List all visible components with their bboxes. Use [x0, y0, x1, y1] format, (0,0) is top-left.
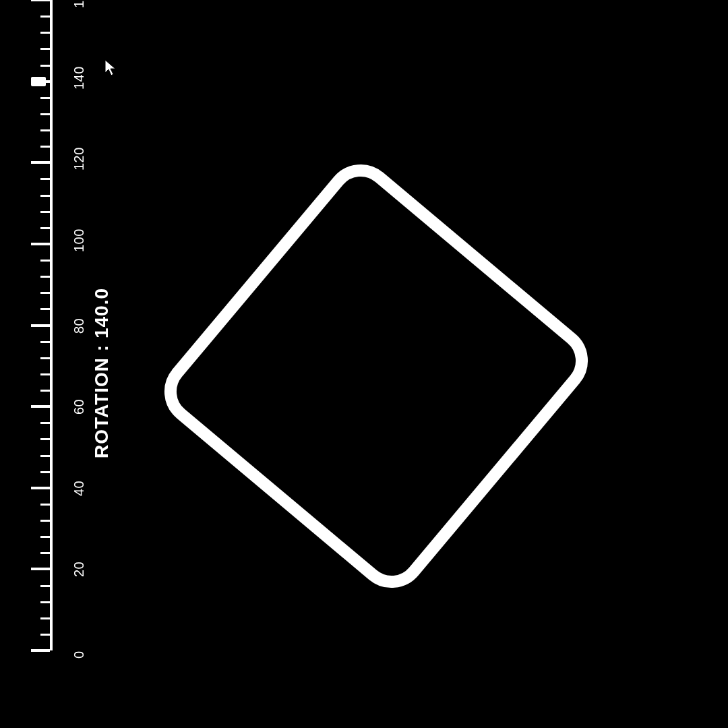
ruler-tick-label: 20	[71, 562, 87, 577]
ruler-tick-minor	[40, 617, 50, 619]
ruler-tick-minor	[40, 634, 50, 636]
ruler-tick-major	[31, 161, 50, 164]
ruler-thumb[interactable]	[31, 77, 46, 86]
ruler-tick-minor	[40, 422, 50, 424]
ruler-tick-minor	[40, 536, 50, 538]
ruler-tick-minor	[40, 97, 50, 99]
ruler-tick-minor	[40, 129, 50, 131]
ruler-tick-minor	[40, 471, 50, 473]
ruler-tick-major	[31, 568, 50, 570]
ruler-tick-minor	[40, 438, 50, 440]
ruler-tick-minor	[40, 113, 50, 115]
ruler-tick-minor	[40, 211, 50, 213]
ruler-tick-minor	[40, 195, 50, 197]
rotation-readout-value: 140.0	[91, 288, 112, 338]
ruler-tick-label: 140	[71, 66, 87, 90]
ruler-tick-minor	[40, 227, 50, 229]
ruler-tick-label: 0	[71, 650, 87, 659]
ruler-tick-minor	[40, 146, 50, 148]
ruler-tick-label: 60	[71, 399, 87, 415]
ruler-tick-label: 100	[71, 229, 87, 252]
ruler-tick-label: 120	[71, 147, 87, 171]
ruler-tick-minor	[40, 341, 50, 343]
rotated-rectangle[interactable]	[150, 150, 603, 603]
ruler-tick-minor	[40, 552, 50, 554]
ruler-tick-major	[31, 324, 50, 327]
ruler-tick-minor	[40, 260, 50, 262]
ruler-tick-major	[31, 487, 50, 489]
ruler-tick-major	[31, 649, 50, 652]
ruler-tick-minor	[40, 504, 50, 506]
ruler-tick-minor	[40, 65, 50, 67]
ruler-tick-minor	[40, 32, 50, 34]
ruler-tick-minor	[40, 357, 50, 359]
rotation-readout: ROTATION : 140.0	[91, 288, 113, 458]
ruler-tick-major	[31, 405, 50, 408]
ruler-tick-major	[31, 243, 50, 245]
ruler-tick-minor	[40, 585, 50, 587]
rotation-readout-label: ROTATION :	[91, 338, 112, 458]
cursor-icon	[104, 59, 117, 77]
ruler-tick-label: 40	[71, 481, 87, 496]
ruler-tick-minor	[40, 455, 50, 457]
ruler-tick-label: 16	[71, 0, 87, 8]
ruler-tick-minor	[40, 292, 50, 294]
ruler-tick-minor	[40, 178, 50, 180]
ruler-tick-minor	[40, 601, 50, 603]
ruler-tick-minor	[40, 16, 50, 18]
ruler-tick-minor	[40, 308, 50, 310]
rotation-ruler[interactable]	[26, 0, 53, 650]
ruler-tick-major	[31, 0, 50, 1]
ruler-tick-minor	[40, 276, 50, 278]
ruler-tick-minor	[40, 373, 50, 375]
canvas-stage: ROTATION : 140.0 02040608010012014016	[0, 0, 728, 728]
ruler-tick-minor	[40, 48, 50, 50]
ruler-tick-minor	[40, 390, 50, 392]
ruler-tick-label: 80	[71, 317, 87, 333]
ruler-tick-minor	[40, 520, 50, 522]
